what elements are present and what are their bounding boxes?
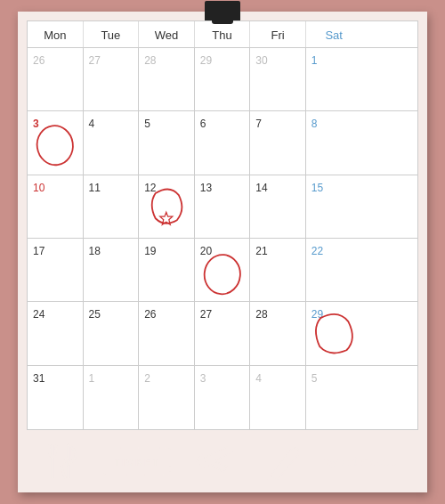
- table-row: 21: [250, 239, 306, 301]
- fork-knife-icon: [47, 442, 79, 481]
- table-row: 5: [306, 366, 362, 429]
- calendar-header: Mon Tue Wed Thu Fri Sat: [28, 21, 417, 48]
- table-row: 15: [306, 175, 362, 238]
- table-row: 17: [28, 239, 84, 301]
- table-row: 4: [84, 111, 140, 174]
- header-sat: Sat: [306, 21, 362, 47]
- table-row: 27: [84, 48, 140, 110]
- binder-clip: [205, 1, 240, 20]
- calendar: Mon Tue Wed Thu Fri Sat 26 27 28 29: [27, 20, 418, 430]
- header-wed: Wed: [139, 21, 195, 47]
- table-row: 28: [139, 48, 195, 110]
- table-row: 1: [306, 48, 362, 110]
- table-row: 29: [306, 302, 362, 364]
- table-row: 3: [195, 366, 251, 429]
- table-row: 5: [139, 111, 195, 174]
- cal-row-4: 17 18 19 20 21: [28, 239, 417, 302]
- table-row: 14: [250, 175, 306, 238]
- svg-point-0: [35, 124, 76, 167]
- svg-line-4: [267, 476, 271, 479]
- cal-row-3: 10 11 12 13: [28, 175, 417, 239]
- polaroid-container: Mon Tue Wed Thu Fri Sat 26 27 28 29: [18, 12, 427, 492]
- table-row: 28: [250, 302, 306, 364]
- table-row: 6: [195, 111, 251, 174]
- header-mon: Mon: [28, 21, 84, 47]
- plane-icon: [195, 442, 239, 481]
- table-row: 10: [28, 175, 84, 238]
- svg-point-1: [203, 253, 242, 296]
- table-row: 19: [139, 239, 195, 301]
- table-row: 20: [195, 239, 251, 301]
- table-row: 4: [250, 366, 306, 429]
- table-row: 30: [250, 48, 306, 110]
- table-row: 26: [139, 302, 195, 364]
- ticket-icon: TICKET: [103, 447, 171, 476]
- cal-row-5: 24 25 26 27 28 29: [28, 302, 417, 365]
- cal-row-1: 26 27 28 29 30 1: [28, 48, 417, 111]
- header-tue: Tue: [84, 21, 140, 47]
- bottom-bar: TICKET my calendar...: [27, 430, 418, 492]
- table-row: 8: [306, 111, 362, 174]
- pen-icon: [263, 442, 299, 481]
- table-row: 7: [250, 111, 306, 174]
- header-fri: Fri: [250, 21, 306, 47]
- table-row: 11: [84, 175, 140, 238]
- table-row: 24: [28, 302, 84, 364]
- header-thu: Thu: [195, 21, 251, 47]
- table-row: 2: [139, 366, 195, 429]
- page-title: my calendar...: [322, 454, 397, 469]
- table-row: 31: [28, 366, 84, 429]
- calendar-body: 26 27 28 29 30 1: [28, 48, 417, 429]
- cal-row-6: 31 1 2 3 4 5: [28, 366, 417, 429]
- cal-row-2: 3 4 5 6 7 8: [28, 111, 417, 175]
- table-row: 26: [28, 48, 84, 110]
- table-row: 22: [306, 239, 362, 301]
- table-row: 27: [195, 302, 251, 364]
- table-row: 1: [84, 366, 140, 429]
- table-row: 13: [195, 175, 251, 238]
- table-row: 25: [84, 302, 140, 364]
- table-row: 18: [84, 239, 140, 301]
- table-row: 29: [195, 48, 251, 110]
- table-row: 3: [28, 111, 84, 174]
- table-row: 12: [139, 175, 195, 238]
